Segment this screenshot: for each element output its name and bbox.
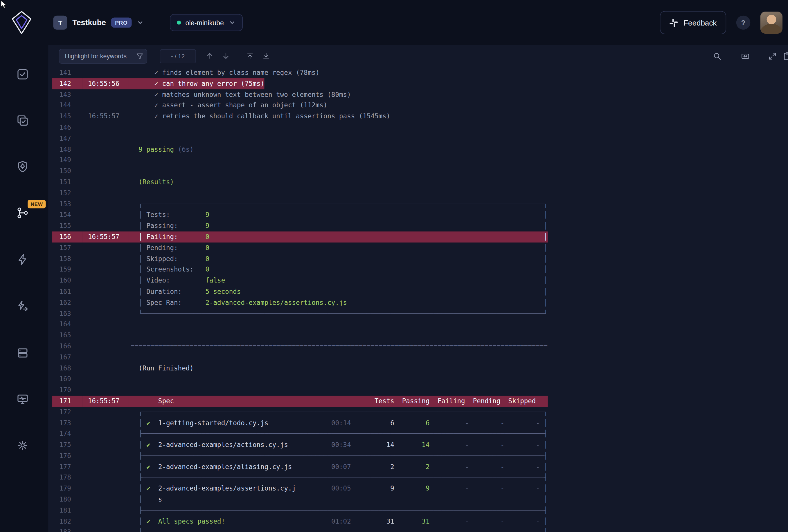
line-number[interactable]: 173 [52, 417, 82, 428]
fullscreen-button[interactable] [767, 50, 779, 62]
sidebar-item-webhooks[interactable] [11, 155, 35, 179]
line-number[interactable]: 178 [52, 472, 82, 483]
org-switcher[interactable]: T Testkube PRO [53, 16, 143, 29]
log-line[interactable]: 183 └───────────────────────────────────… [52, 527, 788, 532]
sidebar-item-test-suites[interactable] [11, 108, 35, 132]
testkube-logo[interactable] [10, 9, 33, 36]
user-avatar[interactable] [761, 12, 783, 34]
log-line[interactable]: 151 (Results) [52, 177, 788, 188]
log-line[interactable]: 161 │ Duration: 5 seconds │ [52, 286, 788, 297]
log-line[interactable]: 144 ✓ assert - assert shape of an object… [52, 100, 788, 111]
line-number[interactable]: 183 [52, 527, 82, 532]
sidebar-item-sources[interactable] [11, 341, 35, 365]
log-line[interactable]: 173 │ ✔ 1-getting-started/todo.cy.js 00:… [52, 417, 788, 428]
line-number[interactable]: 172 [52, 407, 82, 418]
line-number[interactable]: 151 [52, 177, 82, 188]
line-number[interactable]: 167 [52, 352, 82, 363]
log-line[interactable]: 15616:55:57 │ Failing: 0 │ [52, 231, 788, 243]
log-line[interactable]: 176 ├───────────────────────────────────… [52, 450, 788, 461]
line-number[interactable]: 179 [52, 483, 82, 494]
line-number[interactable]: 160 [52, 275, 82, 286]
sidebar-item-settings[interactable] [11, 433, 35, 457]
log-line[interactable]: 170 [52, 385, 788, 396]
highlight-keywords-input[interactable] [59, 48, 147, 63]
log-line[interactable]: 174 ├───────────────────────────────────… [52, 428, 788, 439]
log-line[interactable]: 169 [52, 374, 788, 385]
log-line[interactable]: 17116:55:57 Spec Tests Passing Failing P… [52, 396, 788, 407]
line-number[interactable]: 168 [52, 363, 82, 374]
log-line[interactable]: 149 [52, 155, 788, 166]
log-line[interactable]: 154 │ Tests: 9 │ [52, 209, 788, 221]
line-number[interactable]: 171 [52, 396, 82, 407]
scroll-to-top-button[interactable] [243, 50, 256, 62]
scroll-to-bottom-button[interactable] [260, 50, 272, 62]
line-number[interactable]: 182 [52, 516, 82, 527]
log-line[interactable]: 14216:55:56 ✓ can throw any error (75ms) [52, 78, 788, 89]
log-line[interactable]: 150 [52, 166, 788, 177]
log-line[interactable]: 177 │ ✔ 2-advanced-examples/aliasing.cy.… [52, 461, 788, 472]
log-line[interactable]: 167 [52, 352, 788, 363]
line-number[interactable]: 155 [52, 221, 82, 231]
line-number[interactable]: 154 [52, 209, 82, 221]
log-line[interactable]: 143 ✓ matches unknown text between two e… [52, 89, 788, 100]
log-line[interactable]: 157 │ Pending: 0 │ [52, 243, 788, 253]
filter-icon[interactable] [136, 52, 144, 60]
line-number[interactable]: 181 [52, 505, 82, 516]
line-number[interactable]: 176 [52, 450, 82, 461]
environment-selector[interactable]: ole-minikube [170, 14, 242, 31]
log-line[interactable]: 182 │ ✔ All specs passed! 01:02 31 31 - … [52, 516, 788, 527]
log-line[interactable]: 179 │ ✔ 2-advanced-examples/assertions.c… [52, 483, 788, 494]
line-number[interactable]: 142 [52, 78, 82, 89]
line-number[interactable]: 147 [52, 133, 82, 144]
sidebar-item-triggers[interactable] [11, 247, 35, 271]
log-line[interactable]: 166=====================================… [52, 341, 788, 352]
line-number[interactable]: 159 [52, 264, 82, 275]
line-number[interactable]: 143 [52, 89, 82, 100]
line-number[interactable]: 144 [52, 100, 82, 111]
line-number[interactable]: 146 [52, 122, 82, 133]
copy-log-button[interactable] [781, 50, 788, 62]
line-number[interactable]: 153 [52, 199, 82, 210]
line-number[interactable]: 180 [52, 494, 82, 505]
log-panel[interactable]: 141 ✓ finds element by class name regex … [48, 67, 788, 532]
line-number[interactable]: 152 [52, 188, 82, 199]
line-number[interactable]: 161 [52, 286, 82, 297]
sidebar-item-analytics[interactable] [11, 387, 35, 411]
next-match-button[interactable] [219, 50, 232, 62]
line-number[interactable]: 150 [52, 166, 82, 177]
log-line[interactable]: 14516:55:57 ✓ retries the should callbac… [52, 111, 788, 122]
sidebar-item-tests[interactable] [11, 62, 35, 86]
help-button[interactable]: ? [736, 16, 750, 29]
line-number[interactable]: 149 [52, 155, 82, 166]
line-number[interactable]: 166 [52, 341, 82, 352]
log-line[interactable]: 152 [52, 188, 788, 199]
line-number[interactable]: 170 [52, 385, 82, 396]
line-number[interactable]: 169 [52, 374, 82, 385]
line-number[interactable]: 157 [52, 243, 82, 253]
log-line[interactable]: 163 └───────────────────────────────────… [52, 308, 788, 319]
fit-width-button[interactable] [739, 50, 751, 62]
prev-match-button[interactable] [203, 50, 216, 62]
log-line[interactable]: 175 │ ✔ 2-advanced-examples/actions.cy.j… [52, 439, 788, 450]
log-line[interactable]: 164 [52, 319, 788, 330]
log-line[interactable]: 181 ├───────────────────────────────────… [52, 505, 788, 516]
line-number[interactable]: 141 [52, 67, 82, 78]
sidebar-item-executors[interactable] [11, 294, 35, 318]
log-line[interactable]: 148 9 passing (6s) [52, 144, 788, 155]
log-line[interactable]: 162 │ Spec Ran: 2-advanced-examples/asse… [52, 297, 788, 308]
log-line[interactable]: 146 [52, 122, 788, 133]
log-line[interactable]: 160 │ Video: false │ [52, 275, 788, 286]
line-number[interactable]: 164 [52, 319, 82, 330]
line-number[interactable]: 165 [52, 330, 82, 341]
log-line[interactable]: 168 (Run Finished) [52, 363, 788, 374]
line-number[interactable]: 158 [52, 253, 82, 264]
log-line[interactable]: 159 │ Screenshots: 0 │ [52, 264, 788, 275]
log-line[interactable]: 172 ┌───────────────────────────────────… [52, 407, 788, 418]
log-line[interactable]: 165 [52, 330, 788, 341]
log-line[interactable]: 180 │ s │ [52, 494, 788, 505]
feedback-button[interactable]: Feedback [660, 11, 726, 34]
line-number[interactable]: 175 [52, 439, 82, 450]
log-line[interactable]: 141 ✓ finds element by class name regex … [52, 67, 788, 78]
line-number[interactable]: 145 [52, 111, 82, 122]
log-line[interactable]: 155 │ Passing: 9 │ [52, 221, 788, 231]
